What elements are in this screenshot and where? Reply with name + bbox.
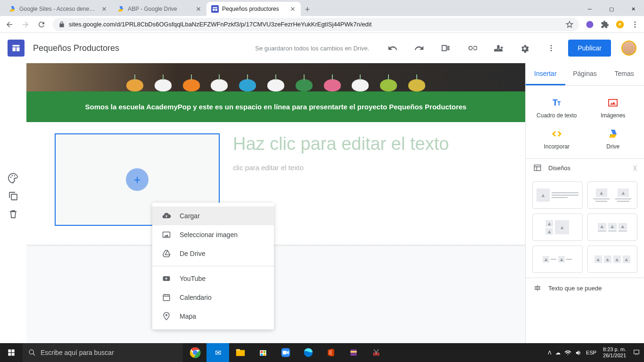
taskbar-app-snip[interactable] (365, 343, 388, 362)
browser-tab-3[interactable]: Pequeños productores (206, 2, 301, 16)
item-label: Texto que se puede (548, 285, 602, 292)
drive-icon (117, 5, 124, 13)
add-content-button[interactable]: + (126, 168, 149, 191)
window-minimize[interactable]: ─ (579, 2, 601, 16)
tray-lang[interactable]: ESP (586, 350, 596, 355)
insert-textbox[interactable]: TT Cuadro de texto (528, 92, 585, 123)
tray-chevron-icon[interactable]: ᐱ (548, 350, 552, 356)
taskbar-app-explorer[interactable] (229, 343, 252, 362)
browser-tab-2[interactable]: ABP - Google Drive (112, 2, 206, 16)
tab-pages[interactable]: Páginas (565, 63, 605, 85)
duplicate-icon[interactable] (8, 190, 19, 202)
layouts-header[interactable]: Diseños ╳ (526, 158, 644, 177)
window-maximize[interactable]: ▢ (601, 2, 622, 16)
settings-button[interactable] (515, 39, 534, 58)
avatar[interactable] (621, 41, 636, 56)
menu-label: Mapa (180, 313, 196, 320)
menu-upload[interactable]: Cargar (152, 206, 274, 225)
new-tab-button[interactable]: + (301, 3, 314, 16)
reload-button[interactable] (37, 20, 46, 29)
editable-body[interactable]: clic para editar el texto (233, 164, 497, 172)
taskbar-search[interactable]: Escribe aquí para buscar (23, 343, 183, 362)
profile-icon[interactable]: P (616, 20, 624, 29)
menu-label: YouTube (180, 275, 206, 282)
collapsible-text-item[interactable]: Texto que se puede (526, 278, 644, 298)
preview-button[interactable] (436, 39, 455, 58)
taskbar-app-edge[interactable] (297, 343, 320, 362)
trash-icon[interactable] (8, 208, 19, 220)
layout-option-2[interactable]: ▲▲ (587, 181, 638, 209)
hero-image[interactable] (26, 63, 525, 91)
layout-option-1[interactable]: ▲ (532, 181, 583, 209)
close-icon[interactable] (195, 6, 202, 12)
browser-tab-1[interactable]: Google Sites - Acceso denegado (4, 2, 112, 16)
svg-rect-1 (213, 7, 217, 8)
tray-notifications-icon[interactable] (633, 349, 640, 356)
menu-from-drive[interactable]: De Drive (152, 244, 274, 263)
taskbar-app-mail[interactable]: ✉ (206, 343, 229, 362)
browser-tab-strip: Google Sites - Acceso denegado ABP - Goo… (0, 0, 644, 16)
app-title[interactable]: Pequeños Productores (33, 43, 119, 53)
insert-images[interactable]: Imágenes (585, 92, 642, 123)
layout-option-6[interactable]: ▲▲▲▲ (587, 246, 638, 273)
svg-rect-49 (634, 350, 639, 354)
start-button[interactable] (0, 343, 23, 362)
svg-point-7 (635, 21, 636, 23)
close-icon[interactable] (289, 6, 296, 12)
menu-label: Calendario (180, 294, 212, 301)
link-button[interactable] (462, 39, 481, 58)
menu-map[interactable]: Mapa (152, 307, 274, 326)
tab-insert[interactable]: Insertar (526, 63, 565, 85)
tab-title: Pequeños productores (222, 6, 286, 12)
undo-button[interactable] (383, 39, 402, 58)
tray-cloud-icon[interactable]: ☁ (555, 350, 561, 356)
redo-button[interactable] (410, 39, 429, 58)
back-button[interactable] (5, 20, 14, 29)
layout-option-3[interactable]: ▲▲▲ (532, 214, 583, 241)
svg-rect-2 (213, 8, 215, 11)
share-button[interactable] (489, 39, 508, 58)
extension-icon-1[interactable] (586, 20, 594, 29)
save-status: Se guardaron todos los cambios en Drive. (255, 45, 369, 52)
menu-youtube[interactable]: YouTube (152, 269, 274, 288)
tab-themes[interactable]: Temas (604, 63, 644, 85)
taskbar-app-zoom[interactable] (274, 343, 297, 362)
chrome-menu-icon[interactable] (631, 20, 639, 29)
forward-button[interactable] (21, 20, 30, 29)
menu-label: Cargar (180, 212, 200, 220)
tray-clock[interactable]: 8:23 p. m. 26/1/2021 (600, 346, 629, 359)
sites-logo[interactable] (8, 40, 25, 57)
publish-button[interactable]: Publicar (568, 40, 611, 57)
taskbar-app-chrome[interactable] (184, 343, 206, 362)
tray-volume-icon[interactable] (575, 349, 582, 356)
more-button[interactable] (542, 39, 561, 58)
window-close[interactable]: ✕ (622, 2, 644, 16)
svg-rect-30 (8, 353, 11, 356)
insert-drive[interactable]: Drive (585, 123, 642, 155)
svg-point-14 (551, 48, 552, 49)
svg-rect-46 (350, 351, 356, 353)
editable-title[interactable]: Haz clic para editar el texto (233, 133, 497, 155)
layout-option-4[interactable]: ▲▲▲ (587, 214, 638, 241)
taskbar: Escribe aquí para buscar ✉ ᐱ ☁ ESP 8:23 … (0, 343, 644, 362)
url-bar[interactable]: sites.google.com/d/1PRL8CbDs6OGsfqqlLbaN… (53, 18, 579, 31)
extensions-icon[interactable] (601, 20, 609, 29)
insert-embed[interactable]: Incorporar (528, 123, 585, 155)
collapsible-icon (533, 284, 542, 292)
menu-select-image[interactable]: Seleccionar imagen (152, 225, 274, 244)
cell-label: Drive (606, 143, 619, 150)
taskbar-app-winrar[interactable] (342, 343, 365, 362)
taskbar-app-store[interactable] (252, 343, 274, 362)
collapse-icon[interactable]: ╳ (634, 165, 636, 171)
svg-point-8 (635, 24, 636, 25)
youtube-icon (162, 274, 171, 283)
svg-rect-10 (13, 45, 20, 46)
star-icon[interactable] (566, 21, 573, 28)
banner-text[interactable]: Somos la escuela AcademyPop y este es un… (26, 91, 525, 122)
menu-calendar[interactable]: Calendario (152, 288, 274, 307)
layout-option-5[interactable]: ▲▲ (532, 246, 583, 273)
taskbar-app-office[interactable] (320, 343, 342, 362)
close-icon[interactable] (101, 6, 107, 12)
palette-icon[interactable] (8, 173, 19, 184)
tray-wifi-icon[interactable] (564, 349, 571, 356)
